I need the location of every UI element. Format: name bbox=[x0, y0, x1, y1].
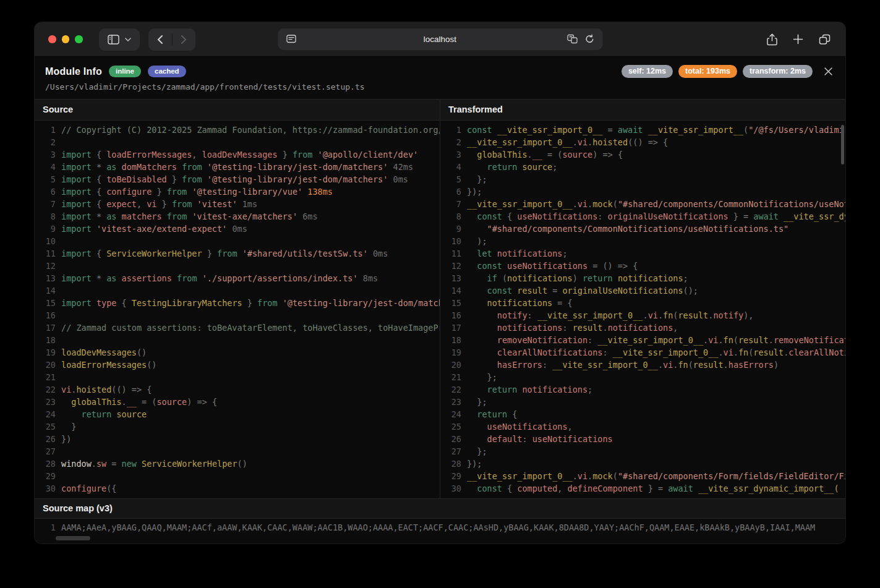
code-line: 15 notifications = { bbox=[440, 297, 845, 309]
code-line: 7import { expect, vi } from 'vitest' 1ms bbox=[35, 198, 440, 210]
code-line: 22 return notifications; bbox=[440, 383, 845, 396]
code-line: 9 "#shared/components/CommonNotification… bbox=[440, 223, 845, 235]
code-line: 10 bbox=[35, 235, 440, 247]
code-line: 1const __vite_ssr_import_0__ = await __v… bbox=[440, 124, 845, 136]
code-line: 13import * as assertions from './support… bbox=[35, 272, 440, 284]
code-line: 9import 'vitest-axe/extend-expect' 0ms bbox=[35, 223, 440, 235]
new-tab-icon[interactable] bbox=[793, 34, 803, 45]
chevron-down-icon[interactable] bbox=[125, 38, 131, 41]
code-line: 29__vite_ssr_import_0__.vi.mock("#shared… bbox=[440, 470, 845, 482]
sourcemap-code: 1AAMA;AAeA,yBAAG,QAAQ,MAAM;AACf,aAAW,KAA… bbox=[35, 519, 845, 534]
code-line: 24 return { bbox=[440, 408, 845, 420]
code-line: 21 }; bbox=[440, 371, 845, 383]
code-line: 30 const { computed, defineComponent } =… bbox=[440, 482, 845, 495]
translate-icon[interactable] bbox=[566, 34, 578, 44]
reload-icon[interactable] bbox=[584, 34, 594, 44]
code-line: 17// Zammad custom assertions: toBeAvata… bbox=[35, 322, 440, 334]
browser-window: localhost bbox=[35, 22, 845, 543]
code-line: 2__vite_ssr_import_0__.vi.hoisted(() => … bbox=[440, 136, 845, 148]
code-line: 20 hasErrors: __vite_ssr_import_0__.vi.f… bbox=[440, 359, 845, 371]
sourcemap-scrollbar-thumb[interactable] bbox=[56, 536, 90, 540]
code-line: 29 bbox=[35, 470, 440, 482]
code-line: 23 globalThis.__ = (source) => { bbox=[35, 396, 440, 408]
traffic-lights bbox=[48, 35, 83, 43]
code-line: 27 }; bbox=[440, 445, 845, 458]
sourcemap-panel: Source map (v3) 1AAMA;AAeA,yBAAG,QAAQ,MA… bbox=[35, 498, 845, 543]
code-line: 11 let notifications; bbox=[440, 247, 845, 260]
code-line: 10 ); bbox=[440, 235, 845, 247]
code-line: 16 notify: __vite_ssr_import_0__.vi.fn(r… bbox=[440, 309, 845, 322]
code-line: 2 bbox=[35, 136, 440, 148]
timing-transform-badge: transform: 2ms bbox=[743, 65, 813, 78]
toolbar-right-buttons bbox=[767, 33, 831, 46]
source-code: 1// Copyright (C) 2012-2025 Zammad Found… bbox=[35, 121, 440, 498]
sidebar-icon[interactable] bbox=[108, 35, 119, 45]
code-line: 1AAMA;AAeA,yBAAG,QAAQ,MAAM;AACf,aAAW,KAA… bbox=[35, 521, 845, 534]
code-line: 20loadErrorMessages() bbox=[35, 359, 440, 371]
source-panel-title: Source bbox=[35, 100, 440, 121]
code-line: 30configure({ bbox=[35, 482, 440, 495]
url-field[interactable]: localhost bbox=[278, 28, 602, 50]
transformed-scrollbar-thumb[interactable] bbox=[841, 125, 844, 164]
sourcemap-title: Source map (v3) bbox=[35, 499, 845, 519]
code-line: 25 } bbox=[35, 420, 440, 433]
code-line: 14 const result = originalUseNotificatio… bbox=[440, 284, 845, 297]
close-icon[interactable] bbox=[824, 67, 833, 76]
code-panels: Source 1// Copyright (C) 2012-2025 Zamma… bbox=[35, 99, 845, 498]
nav-buttons-group bbox=[148, 28, 195, 51]
transformed-panel-title: Transformed bbox=[440, 100, 845, 121]
share-icon[interactable] bbox=[767, 33, 777, 46]
page-title: Module Info bbox=[45, 66, 102, 77]
code-line: 13 if (notifications) return notificatio… bbox=[440, 272, 845, 284]
code-line: 12 const useNotifications = () => { bbox=[440, 260, 845, 272]
code-line: 6import { configure } from '@testing-lib… bbox=[35, 185, 440, 198]
code-line: 26}) bbox=[35, 433, 440, 445]
code-line: 4 return source; bbox=[440, 161, 845, 173]
code-line: 12 bbox=[35, 260, 440, 272]
module-file-path: /Users/vladimir/Projects/zammad/app/fron… bbox=[45, 82, 833, 99]
code-line: 28}); bbox=[440, 458, 845, 470]
code-line: 17 notifications: result.notifications, bbox=[440, 322, 845, 334]
minimize-window-button[interactable] bbox=[62, 35, 70, 43]
code-line: 1// Copyright (C) 2012-2025 Zammad Found… bbox=[35, 124, 440, 136]
code-line: 18 bbox=[35, 334, 440, 346]
badge-cached: cached bbox=[148, 66, 186, 77]
code-line: 19loadDevMessages() bbox=[35, 346, 440, 359]
module-info-header: Module Info inline cached self: 12ms tot… bbox=[35, 57, 845, 99]
code-line: 19 clearAllNotifications: __vite_ssr_imp… bbox=[440, 346, 845, 359]
code-line: 7__vite_ssr_import_0__.vi.mock("#shared/… bbox=[440, 198, 845, 210]
code-line: 11import { ServiceWorkerHelper } from '#… bbox=[35, 247, 440, 260]
code-line: 16 bbox=[35, 309, 440, 322]
code-line: 3 globalThis.__ = (source) => { bbox=[440, 148, 845, 161]
sidebar-toggle-group[interactable] bbox=[99, 28, 140, 51]
code-line: 3import { loadErrorMessages, loadDevMess… bbox=[35, 148, 440, 161]
transformed-code: 1const __vite_ssr_import_0__ = await __v… bbox=[440, 121, 845, 498]
timing-total-badge: total: 193ms bbox=[678, 65, 737, 78]
code-line: 15import type { TestingLibraryMatchers }… bbox=[35, 297, 440, 309]
badge-inline: inline bbox=[109, 66, 141, 77]
timing-self-badge: self: 12ms bbox=[622, 65, 673, 78]
url-text: localhost bbox=[278, 28, 602, 50]
code-line: 23 }; bbox=[440, 396, 845, 408]
code-line: 27 bbox=[35, 445, 440, 458]
code-line: 25 useNotifications, bbox=[440, 420, 845, 433]
code-line: 5import { toBeDisabled } from '@testing-… bbox=[35, 173, 440, 185]
browser-toolbar: localhost bbox=[35, 22, 845, 57]
code-line: 6}); bbox=[440, 185, 845, 198]
forward-button[interactable] bbox=[172, 28, 195, 51]
code-line: 5 }; bbox=[440, 173, 845, 185]
tab-overview-icon[interactable] bbox=[819, 34, 831, 45]
zoom-window-button[interactable] bbox=[75, 35, 83, 43]
code-line: 4import * as domMatchers from '@testing-… bbox=[35, 161, 440, 173]
code-line: 8import * as matchers from 'vitest-axe/m… bbox=[35, 210, 440, 223]
code-line: 14 bbox=[35, 284, 440, 297]
code-line: 18 removeNotification: __vite_ssr_import… bbox=[440, 334, 845, 346]
code-line: 26 default: useNotifications bbox=[440, 433, 845, 445]
code-line: 22vi.hoisted(() => { bbox=[35, 383, 440, 396]
code-line: 28window.sw = new ServiceWorkerHelper() bbox=[35, 458, 440, 470]
transformed-panel: Transformed 1const __vite_ssr_import_0__… bbox=[440, 100, 845, 498]
back-button[interactable] bbox=[148, 28, 172, 51]
close-window-button[interactable] bbox=[48, 35, 56, 43]
code-line: 24 return source bbox=[35, 408, 440, 420]
source-panel: Source 1// Copyright (C) 2012-2025 Zamma… bbox=[35, 100, 440, 498]
